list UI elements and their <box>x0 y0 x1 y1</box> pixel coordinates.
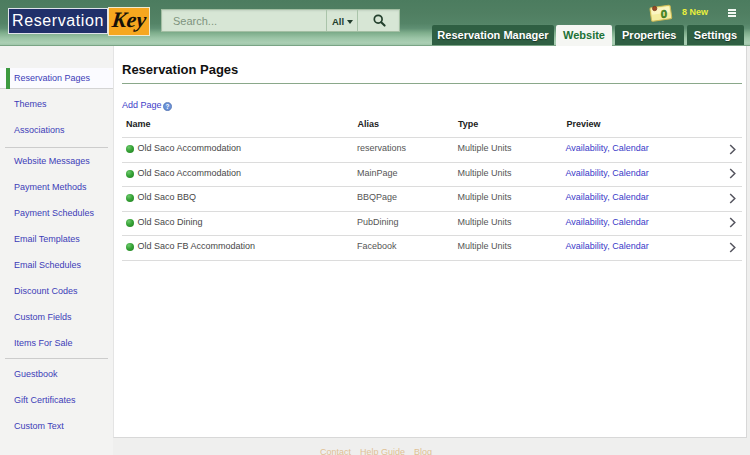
svg-text:0: 0 <box>661 8 667 20</box>
svg-text:?: ? <box>166 103 170 110</box>
